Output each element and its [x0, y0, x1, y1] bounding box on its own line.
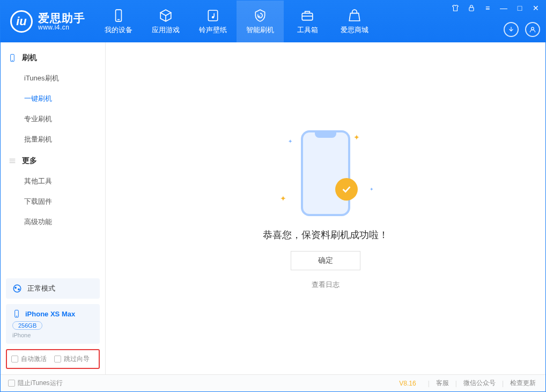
- option-highlight-box: 自动激活 跳过向导: [6, 349, 100, 369]
- sparkle-icon: ✦: [280, 194, 286, 203]
- sidebar: 刷机 iTunes刷机 一键刷机 专业刷机 批量刷机 更多 其他工具 下载固件 …: [1, 42, 106, 374]
- download-button[interactable]: [504, 22, 519, 37]
- svg-point-14: [14, 287, 17, 289]
- sparkle-icon: ✦: [370, 187, 374, 192]
- svg-point-7: [532, 27, 534, 30]
- section-more: 更多: [1, 150, 105, 171]
- view-log-link[interactable]: 查看日志: [312, 280, 340, 290]
- lock-icon[interactable]: [467, 4, 476, 12]
- svg-rect-2: [208, 10, 217, 21]
- minimize-icon[interactable]: —: [499, 4, 508, 12]
- app-title: 爱思助手: [38, 12, 85, 24]
- tab-label: 铃声壁纸: [199, 25, 227, 35]
- checkbox-skip-guide[interactable]: 跳过向导: [54, 354, 90, 364]
- user-button[interactable]: [525, 22, 540, 37]
- status-card[interactable]: 正常模式: [6, 278, 100, 299]
- app-subtitle: www.i4.cn: [38, 24, 85, 31]
- tab-flash[interactable]: 智能刷机: [237, 1, 284, 42]
- main-content: ✦ ✦ ✦ ✦ 恭喜您，保资料刷机成功啦！ 确定 查看日志: [106, 42, 545, 374]
- svg-point-13: [13, 285, 21, 292]
- link-wechat[interactable]: 微信公众号: [461, 379, 498, 388]
- success-message: 恭喜您，保资料刷机成功啦！: [263, 228, 388, 241]
- tab-store[interactable]: 爱思商城: [331, 1, 378, 42]
- checkbox-auto-activate[interactable]: 自动激活: [11, 354, 47, 364]
- svg-rect-6: [469, 8, 474, 11]
- device-icon: [112, 9, 126, 23]
- close-icon[interactable]: ✕: [532, 4, 540, 12]
- device-name: iPhone XS Max: [25, 310, 75, 318]
- body: 刷机 iTunes刷机 一键刷机 专业刷机 批量刷机 更多 其他工具 下载固件 …: [1, 42, 545, 374]
- checkbox-block-itunes[interactable]: 阻止iTunes运行: [8, 379, 63, 388]
- header: iu 爱思助手 www.i4.cn 我的设备 应用游戏 铃声壁纸 智能刷机: [1, 1, 545, 42]
- music-icon: [206, 9, 220, 23]
- device-card[interactable]: iPhone XS Max 256GB iPhone: [6, 304, 100, 344]
- status-label: 正常模式: [27, 284, 55, 293]
- link-update[interactable]: 检查更新: [508, 379, 538, 388]
- nav-download-fw[interactable]: 下载固件: [1, 191, 105, 212]
- sidebar-bottom: 正常模式 iPhone XS Max 256GB iPhone: [1, 273, 105, 349]
- footer: 阻止iTunes运行 V8.16 | 客服 | 微信公众号 | 检查更新: [1, 374, 545, 391]
- header-right: ≡ — □ ✕: [446, 1, 545, 42]
- tab-apps[interactable]: 应用游戏: [142, 1, 189, 42]
- status-icon: [12, 284, 22, 293]
- nav-advanced[interactable]: 高级功能: [1, 212, 105, 232]
- check-badge-icon: [335, 178, 358, 201]
- app-window: iu 爱思助手 www.i4.cn 我的设备 应用游戏 铃声壁纸 智能刷机: [0, 0, 546, 392]
- tab-media[interactable]: 铃声壁纸: [189, 1, 237, 42]
- user-controls: [451, 22, 540, 37]
- phone-icon: [8, 54, 17, 62]
- list-icon: [8, 157, 17, 165]
- version-label: V8.16: [399, 380, 416, 387]
- section-flash: 刷机: [1, 47, 105, 68]
- device-type: iPhone: [12, 332, 93, 338]
- nav-batch-flash[interactable]: 批量刷机: [1, 129, 105, 150]
- nav-one-click[interactable]: 一键刷机: [1, 88, 105, 109]
- tab-toolbox[interactable]: 工具箱: [284, 1, 331, 42]
- tab-label: 我的设备: [105, 25, 132, 35]
- svg-point-15: [18, 289, 20, 291]
- shield-icon: [253, 9, 267, 23]
- logo: iu 爱思助手 www.i4.cn: [1, 1, 95, 42]
- window-controls: ≡ — □ ✕: [451, 4, 540, 12]
- svg-rect-4: [302, 13, 313, 20]
- success-illustration: ✦ ✦ ✦ ✦: [272, 128, 379, 219]
- cube-icon: [159, 9, 173, 23]
- nav-pro-flash[interactable]: 专业刷机: [1, 109, 105, 129]
- menu-icon[interactable]: ≡: [483, 4, 492, 12]
- nav-itunes-flash[interactable]: iTunes刷机: [1, 68, 105, 88]
- sparkle-icon: ✦: [353, 133, 360, 142]
- sparkle-icon: ✦: [288, 138, 292, 144]
- maximize-icon[interactable]: □: [515, 4, 524, 12]
- toolbox-icon: [300, 9, 314, 23]
- tab-label: 应用游戏: [152, 25, 180, 35]
- device-storage: 256GB: [12, 321, 42, 330]
- bag-icon: [348, 9, 361, 23]
- svg-point-3: [212, 16, 214, 18]
- app-logo-icon: iu: [10, 10, 33, 33]
- confirm-button[interactable]: 确定: [291, 251, 360, 270]
- link-support[interactable]: 客服: [434, 379, 451, 388]
- nav-other-tools[interactable]: 其他工具: [1, 171, 105, 191]
- tab-label: 爱思商城: [341, 25, 368, 35]
- header-tabs: 我的设备 应用游戏 铃声壁纸 智能刷机 工具箱 爱思商城: [95, 1, 378, 42]
- phone-icon: [12, 309, 21, 318]
- tab-label: 智能刷机: [246, 25, 274, 35]
- tab-label: 工具箱: [297, 25, 318, 35]
- phone-illustration: [301, 130, 350, 216]
- tab-device[interactable]: 我的设备: [95, 1, 142, 42]
- shirt-icon[interactable]: [451, 4, 460, 12]
